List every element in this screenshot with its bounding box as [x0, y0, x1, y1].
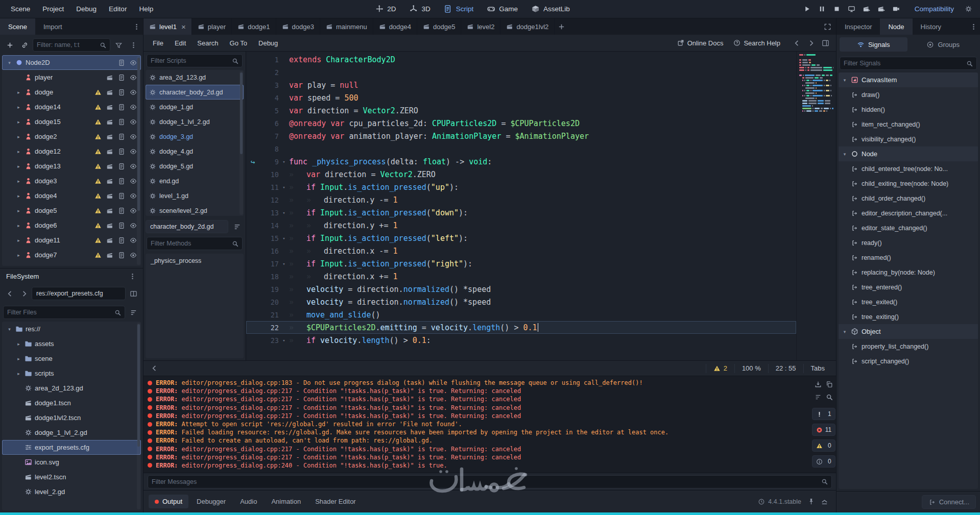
- zoom-indicator[interactable]: 100 %: [734, 364, 768, 373]
- expand-icon[interactable]: ▸: [15, 105, 22, 110]
- search-log-button[interactable]: [824, 392, 834, 402]
- method-item-physics-process[interactable]: _physics_process: [146, 254, 244, 267]
- script-menu-go-to[interactable]: Go To: [225, 37, 252, 50]
- distraction-free-button[interactable]: [821, 20, 834, 33]
- connections-icon[interactable]: [106, 222, 113, 229]
- connections-icon[interactable]: [106, 237, 113, 244]
- scene-dock-tab-import[interactable]: Import: [35, 18, 70, 35]
- errors-filter-badge[interactable]: 11: [812, 424, 835, 436]
- scene-node-row-dodge5[interactable]: ▸dodge5: [2, 203, 141, 218]
- signal-item[interactable]: replacing_by(node: Node): [839, 265, 978, 280]
- signal-item[interactable]: draw(): [839, 87, 978, 102]
- script-icon[interactable]: [118, 133, 125, 140]
- script-menu-file[interactable]: File: [148, 37, 169, 50]
- script-icon[interactable]: [118, 178, 125, 185]
- scene-node-row-node2d[interactable]: ▾Node2D: [2, 55, 141, 70]
- fs-row-dodge1lvl2-tscn[interactable]: dodge1lvl2.tscn: [2, 410, 141, 425]
- mode-game[interactable]: Game: [481, 2, 523, 16]
- scene-tab-player[interactable]: player: [192, 18, 232, 35]
- scene-extra-tools-button[interactable]: [127, 39, 140, 51]
- method-sort-button[interactable]: [230, 220, 244, 233]
- script-list-scrollbar[interactable]: [240, 71, 243, 215]
- code-line-11[interactable]: 11▾»if Input.is_action_pressed("up"):: [246, 181, 796, 193]
- code-line-13[interactable]: 13▾»if Input.is_action_pressed("down"):: [246, 206, 796, 219]
- script-item-dodge-1-gd[interactable]: dodge_1.gd: [146, 100, 244, 114]
- remote-debug-button[interactable]: [845, 3, 858, 15]
- pin-bottom-panel-button[interactable]: [804, 496, 818, 508]
- scene-tab-dodge3[interactable]: dodge3: [276, 18, 320, 35]
- scene-node-row-dodge4[interactable]: ▸dodge4: [2, 188, 141, 203]
- expand-icon[interactable]: ▸: [15, 134, 22, 139]
- scene-dock-tab-scene[interactable]: Scene: [0, 18, 35, 35]
- code-line-5[interactable]: 5var direction = Vector2.ZERO: [246, 104, 796, 117]
- collapse-icon[interactable]: ▾: [6, 60, 13, 65]
- signal-item[interactable]: child_order_changed(): [839, 191, 978, 206]
- code-line-12[interactable]: 12»»direction.y -= 1: [246, 193, 796, 206]
- signal-class-object[interactable]: ▾Object: [839, 324, 978, 339]
- scene-node-row-dodge3[interactable]: ▸dodge3: [2, 174, 141, 188]
- signal-item[interactable]: visibility_changed(): [839, 132, 978, 146]
- fs-row-res[interactable]: ▾res://: [2, 322, 141, 336]
- indent-mode[interactable]: Tabs: [803, 364, 832, 373]
- fs-row-assets[interactable]: ▸assets: [2, 336, 141, 351]
- fold-arrow-icon[interactable]: ▾: [279, 338, 289, 343]
- collapse-icon[interactable]: ▾: [842, 78, 848, 83]
- script-icon[interactable]: [118, 118, 125, 126]
- search-help-button[interactable]: Search Help: [729, 37, 785, 50]
- fs-row-level-2-gd[interactable]: level_2.gd: [2, 484, 141, 499]
- filter-scripts-input[interactable]: [151, 57, 230, 64]
- expand-icon[interactable]: ▸: [15, 208, 22, 213]
- scene-node-row-dodge2[interactable]: ▸dodge2: [2, 129, 141, 144]
- script-item-character-body-2d-gd[interactable]: character_body_2d.gd: [146, 85, 244, 100]
- instance-scene-button[interactable]: [18, 39, 31, 51]
- mode-assetlib[interactable]: AssetLib: [525, 2, 576, 16]
- fs-filter-input[interactable]: [7, 309, 112, 316]
- script-icon[interactable]: [118, 59, 125, 66]
- expand-icon[interactable]: ▸: [15, 341, 22, 347]
- script-item-dodge-3-gd[interactable]: dodge_3.gd: [146, 129, 244, 144]
- eye-icon[interactable]: [130, 252, 137, 259]
- mode-2d[interactable]: 2D: [369, 2, 401, 16]
- eye-icon[interactable]: [130, 118, 137, 126]
- close-tab-icon[interactable]: ×: [181, 23, 186, 31]
- stop-button[interactable]: [830, 3, 844, 15]
- expand-bottom-panel-button[interactable]: [818, 496, 831, 508]
- signal-item[interactable]: script_changed(): [839, 354, 978, 369]
- code-line-2[interactable]: 2: [246, 66, 796, 79]
- script-menu-search[interactable]: Search: [192, 37, 223, 50]
- eye-icon[interactable]: [130, 74, 137, 81]
- scene-tab-level1[interactable]: level1×: [144, 18, 192, 35]
- script-menu-edit[interactable]: Edit: [170, 37, 191, 50]
- warnings-filter-badge[interactable]: 0: [812, 439, 835, 452]
- warnings-indicator[interactable]: 2: [706, 364, 734, 373]
- scene-tab-dodge1lvl2[interactable]: dodge1lvl2: [500, 18, 555, 35]
- fs-back-button[interactable]: [3, 287, 16, 300]
- dock-tab-node[interactable]: Node: [880, 18, 912, 35]
- filesystem-scrollbar[interactable]: [137, 323, 140, 509]
- script-item-level-1-gd[interactable]: level_1.gd: [146, 188, 244, 203]
- menu-help[interactable]: Help: [133, 3, 159, 15]
- filter-methods-input[interactable]: [151, 240, 230, 247]
- script-icon[interactable]: [118, 207, 125, 214]
- menu-project[interactable]: Project: [37, 3, 69, 15]
- scene-tab-dodge1[interactable]: dodge1: [232, 18, 276, 35]
- copy-log-button[interactable]: [824, 379, 834, 389]
- renderer-dropdown[interactable]: Compatibility: [911, 3, 958, 15]
- signal-class-canvasitem[interactable]: ▾CanvasItem: [839, 72, 978, 87]
- scene-tab-mainmenu[interactable]: mainmenu: [320, 18, 373, 35]
- code-line-6[interactable]: 6@onready var cpu_particles_2d: CPUParti…: [246, 117, 796, 130]
- scene-node-row-dodge14[interactable]: ▸dodge14: [2, 100, 141, 114]
- signal-item[interactable]: item_rect_changed(): [839, 117, 978, 132]
- filter-signals-input[interactable]: [844, 60, 964, 67]
- script-icon[interactable]: [118, 192, 125, 200]
- signal-item[interactable]: tree_exited(): [839, 295, 978, 309]
- scene-node-row-dodge[interactable]: ▸dodge: [2, 85, 141, 100]
- toggle-scripts-panel-button[interactable]: [148, 362, 161, 375]
- messages-filter-badge[interactable]: 1: [812, 408, 835, 420]
- connections-icon[interactable]: [106, 252, 113, 259]
- expand-icon[interactable]: ▸: [15, 90, 22, 95]
- code-line-14[interactable]: 14»»direction.y += 1: [246, 219, 796, 232]
- script-item-end-gd[interactable]: end.gd: [146, 174, 244, 188]
- expand-icon[interactable]: ▸: [15, 253, 22, 258]
- eye-icon[interactable]: [130, 192, 137, 200]
